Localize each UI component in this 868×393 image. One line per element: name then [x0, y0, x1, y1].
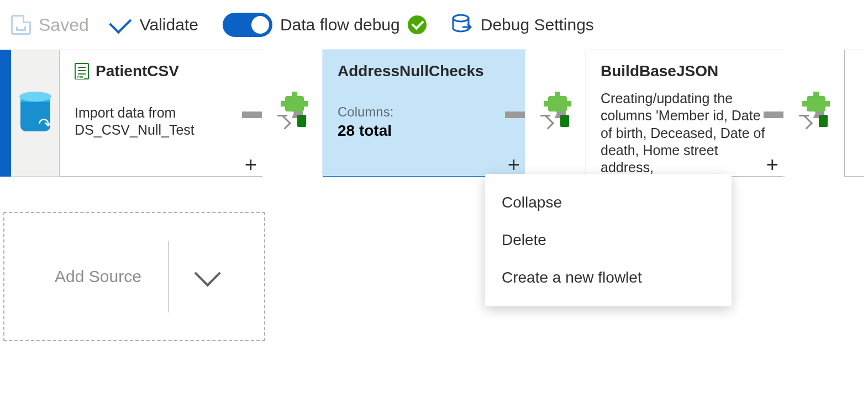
saved-indicator: Saved	[11, 15, 89, 35]
chevron-down-icon	[194, 260, 221, 286]
dataflow-canvas[interactable]: PatientCSV Import data from DS_CSV_Null_…	[0, 50, 868, 393]
columns-label: Columns:	[338, 104, 511, 120]
source-type-badge	[11, 50, 60, 177]
menu-item-collapse[interactable]: Collapse	[485, 184, 732, 221]
toolbar: Saved Validate Data flow debug Debug Set…	[0, 0, 868, 50]
debug-settings-label: Debug Settings	[481, 15, 594, 34]
add-step-button[interactable]: +	[241, 154, 260, 175]
context-menu: Collapse Delete Create a new flowlet	[485, 174, 732, 306]
database-arrow-icon	[451, 14, 473, 36]
derived-column-icon	[545, 96, 575, 129]
save-icon	[11, 15, 31, 35]
derived-column-icon	[803, 96, 833, 129]
connector-2	[526, 50, 586, 177]
node-description: Creating/updating the columns 'Member id…	[601, 90, 770, 176]
node-title-text: PatientCSV	[96, 62, 179, 80]
validate-label: Validate	[140, 15, 198, 34]
menu-item-delete[interactable]: Delete	[485, 221, 732, 259]
menu-item-new-flowlet[interactable]: Create a new flowlet	[485, 259, 732, 296]
node-buildbasejson[interactable]: BuildBaseJSON Creating/updating the colu…	[586, 50, 785, 177]
debug-settings-button[interactable]: Debug Settings	[451, 14, 594, 36]
add-source-button[interactable]: Add Source	[3, 212, 265, 341]
node-title: BuildBaseJSON	[601, 62, 770, 80]
add-step-button[interactable]: +	[763, 154, 782, 175]
node-patientcsv[interactable]: PatientCSV Import data from DS_CSV_Null_…	[60, 50, 263, 177]
connector-1	[263, 50, 323, 177]
check-icon	[109, 11, 131, 34]
source-accent-bar	[0, 50, 11, 177]
node-title: PatientCSV	[75, 62, 248, 80]
debug-toggle-group: Data flow debug	[223, 13, 427, 37]
add-source-label: Add Source	[55, 267, 141, 286]
columns-count: 28 total	[338, 122, 511, 140]
svg-point-0	[453, 15, 469, 22]
saved-label: Saved	[39, 15, 89, 35]
flow-row: PatientCSV Import data from DS_CSV_Null_…	[0, 50, 864, 177]
debug-toggle-label: Data flow debug	[280, 15, 400, 34]
connector-3	[785, 50, 844, 177]
validate-button[interactable]: Validate	[113, 15, 198, 34]
status-ok-icon	[408, 15, 427, 34]
derived-column-icon	[282, 96, 312, 129]
node-addressnullchecks[interactable]: AddressNullChecks Columns: 28 total +	[323, 50, 526, 177]
datasource-icon	[20, 95, 50, 131]
add-step-button[interactable]: +	[504, 154, 523, 175]
divider	[168, 241, 169, 312]
csv-file-icon	[75, 63, 89, 79]
node-title: AddressNullChecks	[338, 62, 511, 80]
debug-toggle[interactable]	[223, 13, 272, 37]
node-offscreen[interactable]	[844, 50, 864, 177]
node-title-text: AddressNullChecks	[338, 62, 484, 80]
node-title-text: BuildBaseJSON	[601, 62, 718, 80]
node-description: Import data from DS_CSV_Null_Test	[75, 104, 248, 139]
